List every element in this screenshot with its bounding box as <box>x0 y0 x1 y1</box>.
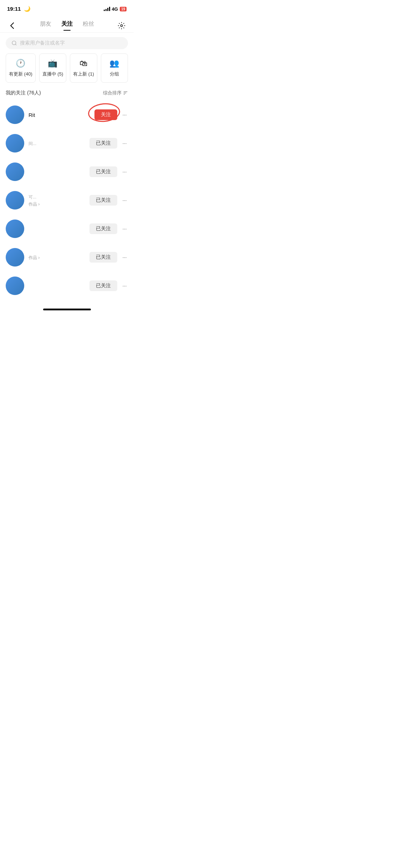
avatar <box>6 105 24 124</box>
user-works[interactable]: 作品 › <box>29 201 85 207</box>
moon-icon: 🌙 <box>24 6 31 12</box>
user-item: 作品 › 已关注 ··· <box>0 243 134 272</box>
status-icons: 4G 19 <box>104 6 127 12</box>
nav-tabs: 朋友 关注 粉丝 <box>40 20 94 31</box>
filter-new-label: 有上新 (1) <box>73 71 94 77</box>
filter-live-label: 直播中 (5) <box>42 71 63 77</box>
following-button[interactable]: 已关注 <box>89 223 117 234</box>
shop-icon: 🛍 <box>79 59 87 68</box>
following-button[interactable]: 已关注 <box>89 166 117 177</box>
user-actions: 已关注 ··· <box>89 138 128 149</box>
filter-groups-label: 分组 <box>110 71 119 77</box>
tab-friends[interactable]: 朋友 <box>40 20 51 31</box>
settings-button[interactable] <box>115 19 128 32</box>
tab-following[interactable]: 关注 <box>61 20 73 31</box>
avatar <box>6 277 24 295</box>
user-actions: 已关注 ··· <box>89 195 128 206</box>
user-item: 可... 作品 › 已关注 ··· <box>0 186 134 215</box>
user-info: 间... <box>29 140 85 147</box>
live-icon: 📺 <box>48 59 57 68</box>
network-type: 4G <box>112 6 118 12</box>
user-info: 作品 › <box>29 254 85 261</box>
search-bar[interactable]: 搜索用户备注或名字 <box>6 37 128 49</box>
signal-bars-icon <box>104 7 110 11</box>
status-time: 19:11 🌙 <box>7 6 31 12</box>
filter-updates[interactable]: 🕐 有更新 (40) <box>6 53 36 83</box>
search-container: 搜索用户备注或名字 <box>0 33 134 53</box>
back-button[interactable] <box>6 19 19 32</box>
nav-bar: 朋友 关注 粉丝 <box>0 16 134 33</box>
search-placeholder: 搜索用户备注或名字 <box>20 40 65 46</box>
user-actions: 关注 ··· <box>94 109 128 120</box>
svg-point-0 <box>120 25 123 27</box>
more-button[interactable]: ··· <box>121 281 128 291</box>
filter-groups[interactable]: 👥 分组 <box>101 53 128 83</box>
user-actions: 已关注 ··· <box>89 252 128 263</box>
avatar <box>6 219 24 238</box>
section-header: 我的关注 (76人) 综合排序 <box>0 88 134 100</box>
user-info: 可... 作品 › <box>29 193 85 207</box>
more-button[interactable]: ··· <box>121 252 128 263</box>
more-button[interactable]: ··· <box>121 224 128 234</box>
user-actions: 已关注 ··· <box>89 280 128 291</box>
following-button[interactable]: 已关注 <box>89 138 117 149</box>
filter-grid: 🕐 有更新 (40) 📺 直播中 (5) 🛍 有上新 (1) 👥 分组 <box>0 53 134 88</box>
user-actions: 已关注 ··· <box>89 166 128 177</box>
home-indicator <box>0 306 134 313</box>
search-icon <box>11 40 17 46</box>
more-button[interactable]: ··· <box>121 167 128 177</box>
following-button[interactable]: 已关注 <box>89 280 117 291</box>
avatar <box>6 248 24 267</box>
home-indicator-bar <box>43 309 91 310</box>
user-item: Rit 关注 ··· <box>0 100 134 129</box>
filter-live[interactable]: 📺 直播中 (5) <box>39 53 67 83</box>
user-list: Rit 关注 ··· 间... 已关注 ··· 已关注 ·· <box>0 100 134 300</box>
avatar <box>6 162 24 181</box>
user-info: Rit <box>29 112 90 118</box>
groups-icon: 👥 <box>109 59 119 68</box>
more-button[interactable]: ··· <box>121 110 128 120</box>
user-works[interactable]: 作品 › <box>29 255 85 261</box>
following-button[interactable]: 已关注 <box>89 195 117 206</box>
battery-badge: 19 <box>120 7 127 11</box>
filter-updates-label: 有更新 (40) <box>9 71 32 77</box>
follow-button[interactable]: 关注 <box>94 109 117 120</box>
user-actions: 已关注 ··· <box>89 223 128 234</box>
user-item: 间... 已关注 ··· <box>0 129 134 157</box>
status-bar: 19:11 🌙 4G 19 <box>0 0 134 16</box>
user-item: 已关注 ··· <box>0 272 134 300</box>
following-count: 我的关注 (76人) <box>6 90 41 96</box>
sort-label: 综合排序 <box>103 90 122 96</box>
user-item: 已关注 ··· <box>0 157 134 186</box>
tab-fans[interactable]: 粉丝 <box>83 20 94 31</box>
clock-icon: 🕐 <box>16 59 25 68</box>
user-name: Rit <box>29 112 90 118</box>
user-sub: 间... <box>29 141 85 147</box>
user-sub: 可... <box>29 194 85 200</box>
sort-button[interactable]: 综合排序 <box>103 90 128 96</box>
user-item: 已关注 ··· <box>0 215 134 243</box>
more-button[interactable]: ··· <box>121 195 128 206</box>
following-button[interactable]: 已关注 <box>89 252 117 263</box>
more-button[interactable]: ··· <box>121 138 128 149</box>
avatar <box>6 134 24 153</box>
sort-icon <box>123 91 128 95</box>
avatar <box>6 191 24 210</box>
filter-new-items[interactable]: 🛍 有上新 (1) <box>70 53 97 83</box>
svg-point-1 <box>12 41 16 45</box>
